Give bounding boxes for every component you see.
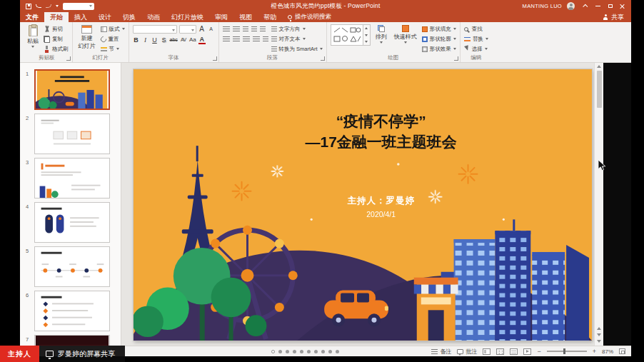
smartart-button[interactable]: 转换为 SmartArt [271,44,323,54]
shape-gallery-scroll[interactable] [363,24,371,46]
ribbon-options-button[interactable] [580,1,592,11]
zoom-slider-thumb[interactable] [563,348,565,354]
slide-thumbnail-3[interactable] [34,158,110,198]
align-text-button[interactable]: 对齐文本 [271,34,323,44]
current-slide[interactable]: “疫情不停学” —17金融一班主题班会 主持人：罗曼婷 2020/4/1 [134,69,592,341]
tab-insert[interactable]: 插入 [69,12,93,22]
slide-date-text[interactable]: 2020/4/1 [234,210,528,218]
shrink-font-button[interactable]: A [208,25,215,34]
save-icon[interactable] [26,4,31,9]
grow-font-button[interactable]: A [198,25,206,34]
tab-help[interactable]: 帮助 [258,12,282,22]
scroll-down-arrow-icon[interactable] [597,340,601,343]
slide-thumbnail-2[interactable] [34,114,110,154]
qat-dropdown-icon[interactable] [56,5,59,7]
font-size-combo[interactable] [179,25,196,34]
character-spacing-button[interactable]: AV [180,36,187,44]
align-center-icon[interactable] [233,36,240,42]
align-left-icon[interactable] [223,36,230,42]
normal-view-button[interactable] [483,348,490,355]
zoom-in-button[interactable]: + [593,348,596,355]
shape-fill-button[interactable]: 形状填充 [422,24,456,34]
dialog-launcher-icon[interactable] [66,56,71,61]
align-right-icon[interactable] [243,36,250,42]
find-button[interactable]: 查找 [464,24,488,34]
dot[interactable] [278,350,282,353]
vertical-scrollbar[interactable] [594,63,603,346]
tab-home[interactable]: 开始 [44,12,69,22]
dot[interactable] [321,350,325,353]
format-painter-button[interactable]: 格式刷 [44,44,69,54]
reading-view-button[interactable] [510,348,518,355]
zoom-out-button[interactable]: − [537,348,540,355]
slide-thumbnail-5[interactable] [34,246,110,287]
dialog-launcher-icon[interactable] [213,56,217,61]
previous-slide-icon[interactable] [597,327,601,330]
share-button[interactable]: 共享 [595,12,631,22]
zoom-slider[interactable] [547,351,587,352]
dialog-launcher-icon[interactable] [321,56,325,61]
undo-icon[interactable] [36,4,41,8]
tab-animations[interactable]: 动画 [141,12,166,22]
tab-view[interactable]: 视图 [233,12,258,22]
minimize-button[interactable] [592,1,604,11]
dot[interactable] [336,350,339,353]
tab-review[interactable]: 审阅 [209,12,233,22]
slide-presenter-text[interactable]: 主持人：罗曼婷 [234,195,528,207]
close-button[interactable] [616,1,628,11]
dot[interactable] [307,350,311,353]
slide-sorter-view-button[interactable] [496,348,504,355]
font-color-button[interactable]: A [198,36,206,44]
redo-icon[interactable] [46,4,51,8]
copy-button[interactable]: 复制 [44,34,69,44]
shape-effects-button[interactable]: 形状效果 [422,44,456,54]
dot[interactable] [286,350,289,353]
dot[interactable] [271,350,275,353]
shape-gallery[interactable] [331,24,363,46]
bullets-icon[interactable] [223,26,230,32]
replace-button[interactable]: 替换 [464,34,488,44]
slide-thumbnail-6[interactable] [34,291,110,331]
dialog-launcher-icon[interactable] [454,56,458,61]
tell-me-search[interactable]: 操作说明搜索 [282,12,337,22]
justify-icon[interactable] [253,36,260,42]
increase-indent-icon[interactable] [251,26,257,32]
select-button[interactable]: 选择 [464,44,488,54]
cut-button[interactable]: 剪切 [44,24,69,34]
qat-combo[interactable] [63,3,94,10]
tab-file[interactable]: 文件 [20,12,44,22]
new-slide-button[interactable]: 新建 幻灯片 [76,24,98,54]
zoom-level[interactable]: 87% [602,348,613,355]
notes-button[interactable]: 备注 [431,348,451,356]
restore-button[interactable] [604,1,616,11]
dot[interactable] [328,350,332,353]
account-avatar[interactable] [567,2,575,10]
underline-button[interactable]: U [151,36,159,44]
dot[interactable] [293,350,296,353]
slide-title[interactable]: “疫情不停学” —17金融一班主题班会 [234,111,528,153]
fit-slide-icon[interactable] [619,348,625,354]
columns-icon[interactable] [263,36,268,42]
layout-button[interactable]: 版式 [101,24,125,34]
next-slide-icon[interactable] [597,333,601,336]
numbering-icon[interactable] [233,26,240,32]
dot[interactable] [314,350,318,353]
slide-thumbnail-4[interactable] [34,202,110,243]
quick-styles-button[interactable]: 快速样式 [392,24,419,54]
arrange-button[interactable]: 排列 [373,24,389,54]
text-direction-button[interactable]: 文字方向 [271,24,323,34]
tab-design[interactable]: 设计 [93,12,117,22]
slide-thumbnail-7[interactable] [34,335,110,346]
dot[interactable] [300,350,303,353]
scroll-up-arrow-icon[interactable] [597,65,601,68]
reset-button[interactable]: 重置 [101,34,125,44]
slideshow-view-button[interactable] [523,348,531,355]
strikethrough-button[interactable]: abc [170,36,178,44]
italic-button[interactable]: I [142,36,149,44]
line-spacing-icon[interactable] [260,26,266,32]
decrease-indent-icon[interactable] [243,26,248,32]
tab-transitions[interactable]: 切换 [117,12,141,22]
font-name-combo[interactable] [133,25,177,34]
comments-button[interactable]: 批注 [457,348,477,356]
tab-slideshow[interactable]: 幻灯片放映 [166,12,209,22]
